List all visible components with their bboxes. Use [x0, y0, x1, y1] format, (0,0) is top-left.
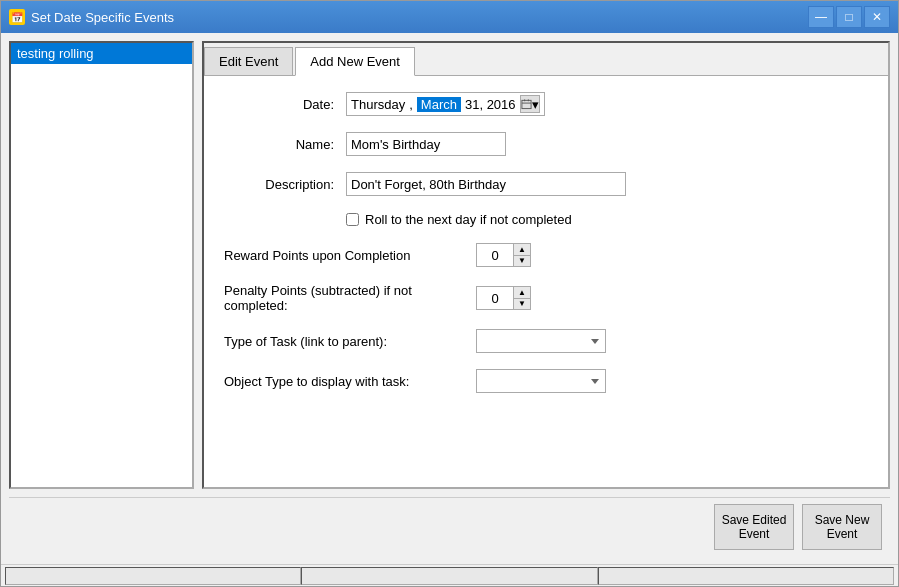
dropdown-arrow-icon: ▾ — [532, 97, 539, 112]
task-type-row: Type of Task (link to parent): — [224, 329, 868, 353]
date-picker-button[interactable]: ▾ — [520, 95, 540, 113]
task-type-select[interactable] — [476, 329, 606, 353]
reward-row: Reward Points upon Completion ▲ ▼ — [224, 243, 868, 267]
penalty-input[interactable] — [477, 287, 513, 309]
name-input[interactable] — [346, 132, 506, 156]
status-bar — [1, 564, 898, 586]
svg-rect-0 — [521, 100, 530, 108]
date-row: Date: Thursday , March 31, 2016 — [224, 92, 868, 116]
reward-decrement-button[interactable]: ▼ — [514, 255, 530, 266]
penalty-row: Penalty Points (subtracted) if not compl… — [224, 283, 868, 313]
date-separator: , — [409, 97, 413, 112]
status-segment-2 — [301, 567, 597, 585]
description-label: Description: — [224, 177, 334, 192]
penalty-label: Penalty Points (subtracted) if not compl… — [224, 283, 464, 313]
tab-add-new-event[interactable]: Add New Event — [295, 47, 415, 76]
maximize-button[interactable]: □ — [836, 6, 862, 28]
reward-spinner: ▲ ▼ — [476, 243, 531, 267]
save-new-button[interactable]: Save NewEvent — [802, 504, 882, 550]
save-edited-button[interactable]: Save EditedEvent — [714, 504, 794, 550]
bottom-bar: Save EditedEvent Save NewEvent — [9, 497, 890, 556]
penalty-spinner: ▲ ▼ — [476, 286, 531, 310]
tab-edit-event[interactable]: Edit Event — [204, 47, 293, 75]
tab-content-add: Date: Thursday , March 31, 2016 — [204, 76, 888, 487]
task-type-label: Type of Task (link to parent): — [224, 334, 464, 349]
title-bar-left: 📅 Set Date Specific Events — [9, 9, 174, 25]
date-field[interactable]: Thursday , March 31, 2016 — [346, 92, 545, 116]
status-segment-1 — [5, 567, 301, 585]
reward-increment-button[interactable]: ▲ — [514, 244, 530, 255]
calendar-icon — [521, 98, 532, 110]
description-input[interactable] — [346, 172, 626, 196]
penalty-spinner-buttons: ▲ ▼ — [513, 287, 530, 309]
reward-input[interactable] — [477, 244, 513, 266]
penalty-increment-button[interactable]: ▲ — [514, 287, 530, 298]
main-window: 📅 Set Date Specific Events — □ ✕ testing… — [0, 0, 899, 587]
tab-bar: Edit Event Add New Event — [204, 43, 888, 76]
reward-label: Reward Points upon Completion — [224, 248, 464, 263]
app-icon: 📅 — [9, 9, 25, 25]
edit-panel: Edit Event Add New Event Date: Thursday … — [202, 41, 890, 489]
penalty-decrement-button[interactable]: ▼ — [514, 298, 530, 309]
window-controls: — □ ✕ — [808, 6, 890, 28]
object-type-row: Object Type to display with task: — [224, 369, 868, 393]
events-list: testing rolling — [9, 41, 194, 489]
main-content: testing rolling Edit Event Add New Event… — [9, 41, 890, 489]
name-label: Name: — [224, 137, 334, 152]
list-item[interactable]: testing rolling — [11, 43, 192, 64]
close-button[interactable]: ✕ — [864, 6, 890, 28]
roll-checkbox[interactable] — [346, 213, 359, 226]
minimize-button[interactable]: — — [808, 6, 834, 28]
title-bar: 📅 Set Date Specific Events — □ ✕ — [1, 1, 898, 33]
name-row: Name: — [224, 132, 868, 156]
window-title: Set Date Specific Events — [31, 10, 174, 25]
date-label: Date: — [224, 97, 334, 112]
object-type-label: Object Type to display with task: — [224, 374, 464, 389]
window-body: testing rolling Edit Event Add New Event… — [1, 33, 898, 564]
date-day: Thursday — [351, 97, 405, 112]
checkbox-row: Roll to the next day if not completed — [346, 212, 868, 227]
reward-spinner-buttons: ▲ ▼ — [513, 244, 530, 266]
object-type-select[interactable] — [476, 369, 606, 393]
date-month: March — [417, 97, 461, 112]
status-segment-3 — [598, 567, 894, 585]
date-year: 31, 2016 — [465, 97, 516, 112]
description-row: Description: — [224, 172, 868, 196]
checkbox-label: Roll to the next day if not completed — [365, 212, 572, 227]
